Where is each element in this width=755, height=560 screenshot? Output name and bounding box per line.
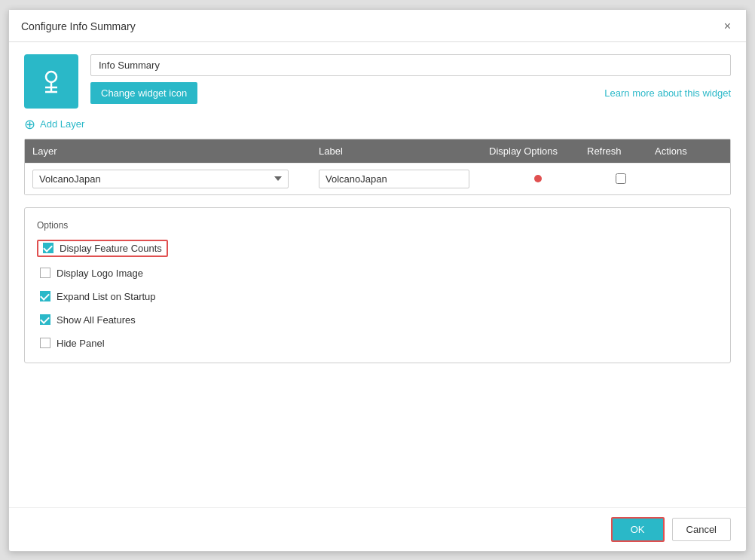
header-refresh: Refresh (587, 145, 655, 157)
option-label-display-logo-image[interactable]: Display Logo Image (57, 268, 143, 279)
option-row-display-feature-counts: Display Feature Counts (37, 240, 168, 257)
cancel-button[interactable]: Cancel (672, 518, 731, 541)
display-options-cell (489, 175, 587, 182)
svg-point-0 (46, 72, 57, 82)
option-row-hide-panel: Hide Panel (37, 336, 718, 350)
close-icon[interactable]: × (721, 19, 734, 34)
configure-dialog: Configure Info Summary × Change widget i… (8, 9, 747, 552)
header-row: Change widget icon Learn more about this… (24, 54, 731, 109)
option-checkbox-show-all-features[interactable] (40, 314, 50, 325)
layer-select[interactable]: VolcanoJapan (32, 170, 289, 188)
option-label-hide-panel[interactable]: Hide Panel (57, 338, 105, 349)
table-header: Layer Label Display Options Refresh Acti… (25, 139, 730, 163)
option-checkbox-display-feature-counts[interactable] (43, 243, 53, 253)
dialog-footer: OK Cancel (9, 507, 746, 551)
option-checkbox-display-logo-image[interactable] (40, 268, 50, 278)
table-row: VolcanoJapan (25, 163, 730, 194)
header-right: Change widget icon Learn more about this… (90, 54, 731, 104)
learn-more-link[interactable]: Learn more about this widget (604, 87, 731, 99)
display-options-indicator (534, 175, 542, 182)
option-label-expand-list-on-startup[interactable]: Expand List on Startup (57, 291, 156, 302)
change-widget-icon-button[interactable]: Change widget icon (90, 82, 197, 104)
label-cell (319, 170, 489, 188)
widget-icon-box (24, 54, 78, 109)
add-layer-link[interactable]: Add Layer (40, 118, 84, 130)
option-label-show-all-features[interactable]: Show All Features (57, 314, 136, 326)
header-actions: Actions (655, 145, 723, 157)
add-icon[interactable]: ⊕ (24, 118, 35, 131)
header-label: Label (319, 145, 489, 157)
option-row-display-logo-image: Display Logo Image (37, 266, 718, 280)
options-section: Options Display Feature Counts Display L… (24, 207, 731, 363)
refresh-cell (587, 173, 655, 184)
option-label-display-feature-counts[interactable]: Display Feature Counts (60, 243, 162, 254)
layers-table: Layer Label Display Options Refresh Acti… (24, 139, 731, 195)
header-display-options: Display Options (489, 145, 587, 157)
option-row-show-all-features: Show All Features (37, 313, 718, 327)
ok-button[interactable]: OK (611, 517, 665, 542)
option-checkbox-hide-panel[interactable] (40, 338, 50, 348)
label-input[interactable] (319, 170, 469, 188)
dialog-title: Configure Info Summary (21, 20, 136, 32)
add-layer-row: ⊕ Add Layer (24, 118, 731, 131)
dialog-body: Change widget icon Learn more about this… (9, 42, 746, 507)
header-layer: Layer (32, 145, 319, 157)
options-legend: Options (37, 220, 718, 231)
layer-select-wrapper: VolcanoJapan (32, 170, 319, 188)
refresh-checkbox[interactable] (616, 173, 626, 184)
header-actions-row: Change widget icon Learn more about this… (90, 82, 731, 104)
option-row-expand-list-on-startup: Expand List on Startup (37, 289, 718, 304)
widget-name-input[interactable] (90, 54, 731, 76)
widget-icon-svg (35, 65, 68, 98)
dialog-titlebar: Configure Info Summary × (9, 10, 746, 42)
option-checkbox-expand-list-on-startup[interactable] (40, 291, 50, 301)
